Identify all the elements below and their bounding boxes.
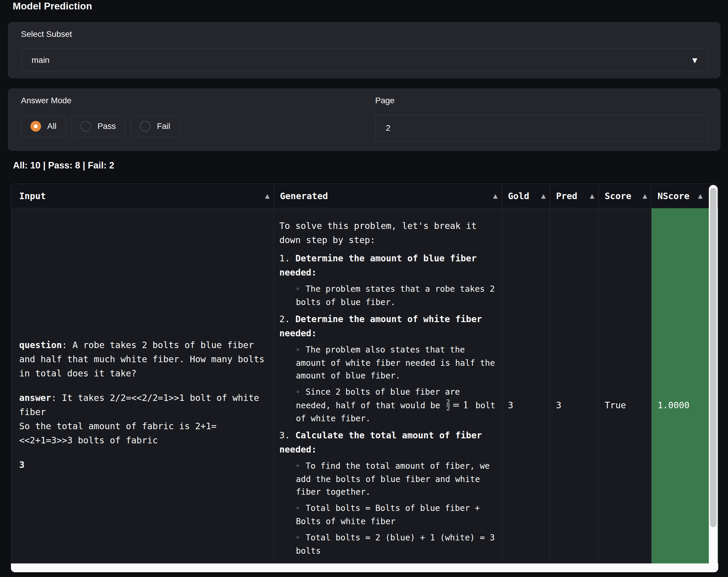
bullet-icon: ◦: [296, 346, 300, 353]
sort-asc-icon[interactable]: ▲: [590, 192, 594, 199]
generated-bullet: ◦The problem states that a robe takes 2 …: [296, 283, 496, 308]
results-table: Input ▲ Generated ▲ Gold ▲ Pred ▲ Score …: [11, 184, 718, 572]
vertical-scrollbar[interactable]: [709, 185, 718, 564]
generated-bullet-math: ◦Since 2 bolts of blue fiber are needed,…: [296, 386, 496, 425]
radio-label-all: All: [47, 121, 56, 131]
column-header-generated[interactable]: Generated ▲: [274, 184, 501, 208]
generated-intro: To solve this problem, let's break it do…: [279, 219, 496, 247]
input-final-answer: 3: [19, 458, 266, 472]
cell-nscore[interactable]: 1.0000: [651, 208, 718, 564]
bullet-icon: ◦: [296, 534, 300, 541]
cell-gold[interactable]: 3: [502, 208, 550, 564]
radio-label-fail: Fail: [157, 121, 170, 131]
page-number-input[interactable]: 2: [375, 115, 709, 141]
subset-select[interactable]: main ▼: [22, 48, 709, 72]
bullet-icon: ◦: [296, 462, 300, 470]
generated-bullet: ◦Total bolts = Bolts of blue fiber + Bol…: [296, 502, 496, 528]
column-header-score[interactable]: Score ▲: [598, 184, 651, 208]
bullet-icon: ◦: [296, 388, 300, 395]
generated-step-2: 2.Determine the amount of white fiber ne…: [279, 312, 496, 425]
sort-asc-icon[interactable]: ▲: [698, 192, 703, 199]
radio-selected-icon: [30, 121, 41, 132]
sort-asc-icon[interactable]: ▲: [265, 192, 269, 199]
table-header-row: Input ▲ Generated ▲ Gold ▲ Pred ▲ Score …: [11, 184, 718, 208]
input-answer: answer: It takes 2/2=<<2/2=1>>1 bolt of …: [19, 391, 266, 447]
cell-pred[interactable]: 3: [550, 208, 598, 564]
chevron-down-icon[interactable]: ▼: [692, 57, 697, 64]
radio-unselected-icon: [140, 121, 151, 132]
cell-input[interactable]: question: A robe takes 2 bolts of blue f…: [11, 208, 274, 564]
sort-asc-icon[interactable]: ▲: [541, 192, 546, 199]
math-fraction: 22: [446, 399, 450, 412]
sort-asc-icon[interactable]: ▲: [643, 192, 647, 199]
answer-mode-radio-group: All Pass Fail: [21, 115, 180, 137]
horizontal-scrollbar[interactable]: [11, 564, 718, 572]
radio-option-all[interactable]: All: [21, 115, 66, 137]
subset-label: Select Subset: [21, 29, 72, 39]
radio-option-fail[interactable]: Fail: [130, 115, 180, 137]
filters-card: Answer Mode All Pass Fail Page 2: [8, 88, 720, 151]
column-header-nscore[interactable]: NScore ▲: [651, 184, 718, 208]
column-header-gold[interactable]: Gold ▲: [502, 184, 550, 208]
bullet-icon: ◦: [296, 285, 300, 293]
generated-bullet: ◦To find the total amount of fiber, we a…: [296, 460, 496, 498]
radio-label-pass: Pass: [98, 121, 116, 131]
input-question: question: A robe takes 2 bolts of blue f…: [19, 338, 266, 381]
generated-bullet: ◦The problem also states that the amount…: [296, 344, 496, 382]
vertical-scrollbar-thumb[interactable]: [710, 188, 717, 527]
results-summary: All: 10 | Pass: 8 | Fail: 2: [13, 160, 114, 171]
page-number-value: 2: [386, 123, 391, 133]
page-field-label: Page: [375, 96, 394, 105]
table-viewport: Input ▲ Generated ▲ Gold ▲ Pred ▲ Score …: [11, 184, 718, 564]
answer-mode-label: Answer Mode: [21, 96, 72, 105]
generated-step-1: 1.Determine the amount of blue fiber nee…: [279, 251, 496, 308]
column-header-input[interactable]: Input ▲: [11, 184, 274, 208]
subset-selected-value: main: [32, 55, 50, 65]
generated-bullet: ◦Total bolts = 2 (blue) + 1 (white) = 3 …: [296, 531, 496, 557]
table-row[interactable]: question: A robe takes 2 bolts of blue f…: [11, 208, 718, 564]
sort-asc-icon[interactable]: ▲: [493, 192, 497, 199]
subset-card: Select Subset main ▼: [8, 22, 720, 78]
column-header-pred[interactable]: Pred ▲: [550, 184, 598, 208]
math-equals: = 1: [452, 400, 469, 410]
radio-unselected-icon: [81, 121, 91, 132]
radio-option-pass[interactable]: Pass: [71, 115, 125, 137]
bullet-icon: ◦: [296, 504, 300, 512]
cell-score[interactable]: True: [598, 208, 651, 564]
generated-step-3: 3.Calculate the total amount of fiber ne…: [279, 428, 496, 557]
cell-generated[interactable]: To solve this problem, let's break it do…: [274, 208, 501, 564]
page-title: Model Prediction: [13, 1, 92, 12]
